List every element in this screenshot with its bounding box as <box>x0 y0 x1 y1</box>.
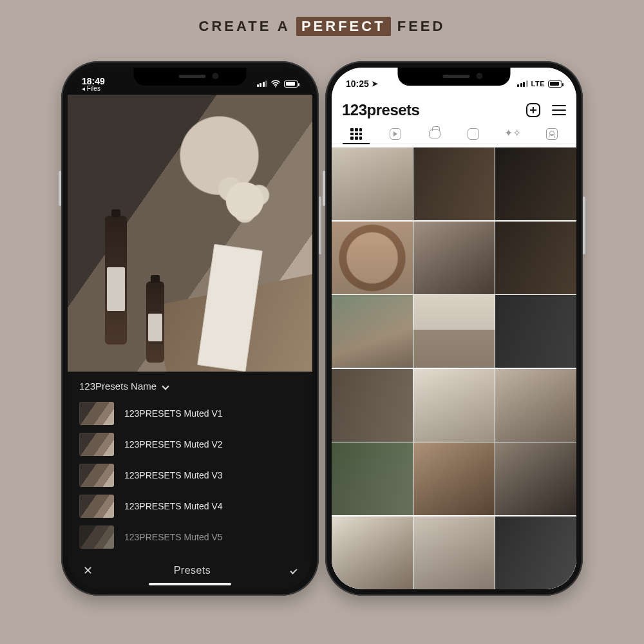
headline: CREATE A PERFECT FEED <box>0 17 644 36</box>
igtv-icon <box>429 129 440 138</box>
preset-item[interactable]: 123PRESETS Muted V2 <box>68 430 312 459</box>
status-time: 10:25 <box>346 79 369 89</box>
home-indicator[interactable] <box>149 583 231 585</box>
phone-left: 18:49 ◂ Files <box>61 61 319 596</box>
create-button[interactable] <box>526 103 540 117</box>
feed-cell[interactable] <box>413 369 495 442</box>
feed-cell[interactable] <box>495 369 576 442</box>
sparkle-icon: ✦✧ <box>504 128 521 140</box>
feed-cell[interactable] <box>495 516 576 589</box>
feed-cell[interactable] <box>413 222 495 294</box>
feed-grid <box>332 147 576 589</box>
feed-cell[interactable] <box>332 295 413 368</box>
grid-icon <box>350 128 362 140</box>
notch <box>398 68 511 86</box>
preset-group-toggle[interactable]: 123Presets Name <box>68 372 312 398</box>
preset-label: 123PRESETS Muted V2 <box>124 439 223 450</box>
phone-right: 10:25 ➤ LTE 123presets <box>325 61 583 596</box>
feed-cell[interactable] <box>495 222 576 294</box>
preset-thumb <box>79 464 114 487</box>
preset-item[interactable]: 123PRESETS Muted V3 <box>68 461 312 489</box>
reels-icon <box>390 128 401 140</box>
preset-item[interactable]: 123PRESETS Muted V1 <box>68 399 312 428</box>
feed-cell[interactable] <box>332 369 413 442</box>
signal-icon <box>257 80 268 87</box>
confirm-button[interactable] <box>290 567 297 574</box>
cancel-button[interactable]: ✕ <box>83 564 93 578</box>
battery-icon <box>548 80 562 88</box>
feed-cell[interactable] <box>413 516 495 589</box>
tab-grid[interactable] <box>339 128 374 140</box>
feed-cell[interactable] <box>332 222 413 294</box>
instagram-screen: 123presets ✦✧ <box>332 68 576 589</box>
preset-thumb <box>79 526 114 549</box>
tagged-icon <box>546 128 558 140</box>
feed-cell[interactable] <box>413 442 495 515</box>
feed-cell[interactable] <box>413 295 495 368</box>
location-icon: ➤ <box>372 79 378 88</box>
panel-title: Presets <box>174 565 211 576</box>
signal-icon <box>517 80 528 87</box>
headline-pre: CREATE A <box>199 18 290 34</box>
preset-label: 123PRESETS Muted V1 <box>124 408 223 419</box>
feed-cell[interactable] <box>495 147 576 220</box>
tab-shop[interactable] <box>456 128 491 140</box>
profile-tabs: ✦✧ <box>332 123 576 144</box>
chevron-down-icon <box>162 383 169 390</box>
feed-cell[interactable] <box>495 442 576 515</box>
preset-thumb <box>79 433 114 456</box>
preview-photo[interactable] <box>68 95 312 372</box>
notch <box>134 68 247 86</box>
tab-igtv[interactable] <box>417 128 452 140</box>
preset-item[interactable]: 123PRESETS Muted V5 <box>68 523 312 551</box>
tab-tagged[interactable] <box>535 128 569 140</box>
shop-icon <box>468 128 479 140</box>
preset-label: 123PRESETS Muted V3 <box>124 470 223 480</box>
tab-effects[interactable]: ✦✧ <box>495 128 530 140</box>
menu-button[interactable] <box>552 105 566 115</box>
feed-cell[interactable] <box>332 516 413 589</box>
svg-point-0 <box>275 86 276 88</box>
feed-cell[interactable] <box>332 147 413 220</box>
status-back-app[interactable]: ◂ Files <box>82 85 105 92</box>
feed-cell[interactable] <box>495 295 576 368</box>
network-label: LTE <box>531 80 545 88</box>
preset-thumb <box>79 495 114 518</box>
feed-cell[interactable] <box>413 147 495 220</box>
headline-highlight: PERFECT <box>296 17 391 36</box>
lightroom-screen: 123Presets Name 123PRESETS Muted V1 123P… <box>68 68 312 589</box>
preset-label: 123PRESETS Muted V5 <box>124 532 223 542</box>
tab-reels[interactable] <box>378 128 413 140</box>
preset-list: 123PRESETS Muted V1 123PRESETS Muted V2 … <box>68 398 312 554</box>
headline-post: FEED <box>397 18 446 34</box>
preset-group-label: 123Presets Name <box>79 381 156 392</box>
battery-icon <box>284 80 298 88</box>
preset-item[interactable]: 123PRESETS Muted V4 <box>68 492 312 520</box>
profile-username[interactable]: 123presets <box>342 101 419 119</box>
wifi-icon <box>270 80 281 88</box>
preset-thumb <box>79 402 114 425</box>
preset-label: 123PRESETS Muted V4 <box>124 501 223 511</box>
feed-cell[interactable] <box>332 442 413 515</box>
